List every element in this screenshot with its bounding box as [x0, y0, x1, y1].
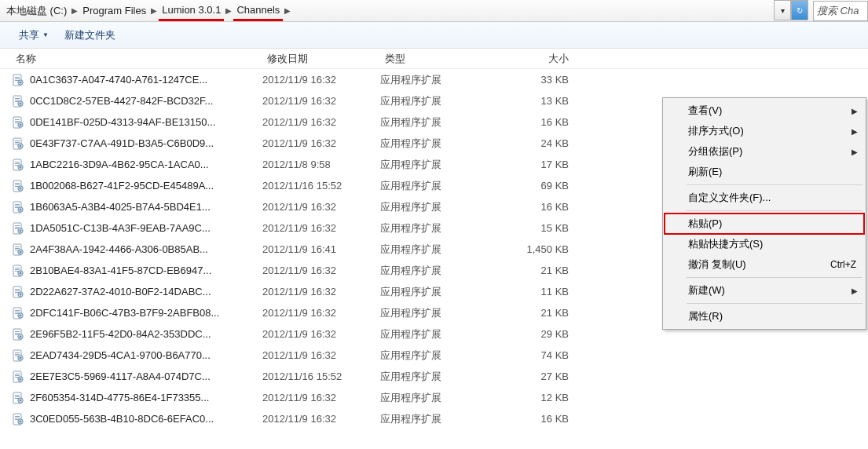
share-label: 共享 [19, 28, 39, 42]
file-name: 1ABC2216-3D9A-4B62-95CA-1ACA0... [30, 159, 262, 170]
menu-undo-copy[interactable]: 撤消 复制(U) Ctrl+Z [665, 254, 864, 275]
file-size: 21 KB [490, 265, 584, 276]
file-type: 应用程序扩展 [380, 306, 490, 320]
chevron-right-icon[interactable]: ▶ [283, 6, 292, 15]
file-name: 2F605354-314D-4775-86E4-1F73355... [30, 392, 262, 403]
menu-new[interactable]: 新建(W) ▶ [665, 280, 864, 301]
file-icon [11, 221, 25, 235]
column-type[interactable]: 类型 [380, 52, 490, 66]
svg-rect-86 [15, 375, 20, 376]
file-size: 13 KB [490, 95, 584, 107]
file-size: 27 KB [490, 371, 584, 382]
svg-rect-49 [15, 246, 20, 247]
file-date: 2012/11/8 9:58 [262, 159, 380, 170]
svg-rect-61 [15, 289, 20, 290]
chevron-right-icon[interactable]: ▶ [149, 6, 159, 15]
file-date: 2012/11/9 16:32 [262, 328, 380, 340]
svg-rect-85 [15, 374, 20, 374]
file-size: 16 KB [490, 413, 584, 425]
file-type: 应用程序扩展 [380, 158, 490, 172]
file-name: 1B6063A5-A3B4-4025-B7A4-5BD4E1... [30, 201, 262, 213]
file-name: 2E96F5B2-11F5-42D0-84A2-353DDC... [30, 328, 262, 340]
breadcrumb-item[interactable]: Lumion 3.0.1 [159, 0, 224, 21]
file-size: 24 KB [490, 137, 584, 149]
chevron-right-icon: ▶ [852, 148, 858, 156]
svg-rect-89 [20, 378, 21, 379]
file-name: 0A1C3637-A047-4740-A761-1247CE... [30, 74, 262, 86]
breadcrumb[interactable]: 本地磁盘 (C:)▶Program Files▶Lumion 3.0.1▶Cha… [0, 0, 774, 21]
table-row[interactable]: 0A1C3637-A047-4740-A761-1247CE...2012/11… [0, 69, 868, 90]
table-row[interactable]: 3C0ED055-563B-4B10-8DC6-6EFAC0...2012/11… [0, 408, 868, 429]
file-name: 3C0ED055-563B-4B10-8DC6-6EFAC0... [30, 413, 262, 425]
file-size: 74 KB [490, 349, 584, 361]
toolbar: 共享 ▼ 新建文件夹 [0, 22, 868, 49]
chevron-right-icon[interactable]: ▶ [224, 6, 233, 15]
file-type: 应用程序扩展 [380, 179, 490, 193]
breadcrumb-item[interactable]: 本地磁盘 (C:) [3, 0, 70, 21]
menu-customize-folder[interactable]: 自定义文件夹(F)... [665, 188, 864, 208]
column-size[interactable]: 大小 [490, 52, 584, 66]
nav-buttons: ▾ ↻ [774, 0, 808, 21]
svg-rect-59 [20, 272, 21, 273]
menu-view[interactable]: 查看(V) ▶ [665, 100, 864, 121]
svg-rect-98 [15, 418, 20, 418]
file-size: 17 KB [490, 159, 584, 170]
history-dropdown-button[interactable]: ▾ [774, 0, 791, 20]
svg-rect-73 [15, 331, 20, 332]
menu-paste-shortcut[interactable]: 粘贴快捷方式(S) [665, 234, 864, 254]
file-name: 2B10BAE4-83A1-41F5-87CD-EB6947... [30, 265, 262, 276]
svg-rect-5 [20, 81, 21, 82]
file-type: 应用程序扩展 [380, 137, 490, 151]
table-row[interactable]: 2EE7E3C5-5969-4117-A8A4-074D7C...2012/11… [0, 366, 868, 387]
share-menu[interactable]: 共享 ▼ [11, 25, 57, 46]
file-size: 16 KB [490, 201, 584, 213]
table-row[interactable]: 2EAD7434-29D5-4CA1-9700-B6A770...2012/11… [0, 345, 868, 366]
search-input[interactable]: 搜索 Cha [813, 1, 868, 21]
new-folder-button[interactable]: 新建文件夹 [57, 25, 123, 46]
column-date[interactable]: 修改日期 [262, 52, 380, 66]
chevron-right-icon: ▶ [852, 287, 858, 295]
menu-refresh[interactable]: 刷新(E) [665, 162, 864, 182]
breadcrumb-item[interactable]: Channels [233, 0, 283, 21]
svg-rect-26 [15, 163, 20, 164]
menu-paste[interactable]: 粘贴(P) [665, 214, 864, 234]
file-type: 应用程序扩展 [380, 115, 490, 130]
file-size: 11 KB [490, 286, 584, 298]
file-type: 应用程序扩展 [380, 200, 490, 214]
svg-rect-38 [15, 206, 20, 206]
svg-rect-29 [20, 166, 21, 167]
chevron-right-icon: ▶ [852, 127, 858, 136]
file-icon [11, 306, 25, 320]
file-icon [11, 327, 25, 341]
file-type: 应用程序扩展 [380, 370, 490, 384]
file-date: 2012/11/9 16:32 [262, 413, 380, 425]
file-date: 2012/11/9 16:32 [262, 201, 380, 213]
file-size: 33 KB [490, 74, 584, 86]
table-row[interactable]: 2F605354-314D-4775-86E4-1F73355...2012/1… [0, 387, 868, 408]
file-date: 2012/11/9 16:32 [262, 349, 380, 361]
file-size: 12 KB [490, 392, 584, 403]
file-name: 2EAD7434-29D5-4CA1-9700-B6A770... [30, 349, 262, 361]
file-icon [11, 94, 25, 108]
chevron-right-icon[interactable]: ▶ [70, 6, 79, 15]
menu-group[interactable]: 分组依据(P) ▶ [665, 141, 864, 162]
menu-sort[interactable]: 排序方式(O) ▶ [665, 121, 864, 141]
svg-rect-50 [15, 248, 20, 249]
file-size: 16 KB [490, 116, 584, 128]
file-icon [11, 243, 25, 257]
refresh-button[interactable]: ↻ [791, 0, 808, 20]
file-name: 1DA5051C-C13B-4A3F-9EAB-7AA9C... [30, 222, 262, 234]
file-type: 应用程序扩展 [380, 243, 490, 257]
file-name: 2DFC141F-B06C-47B3-B7F9-2ABFB08... [30, 307, 262, 319]
svg-rect-35 [20, 187, 21, 188]
new-folder-label: 新建文件夹 [64, 28, 115, 42]
file-name: 2EE7E3C5-5969-4117-A8A4-074D7C... [30, 371, 262, 382]
file-date: 2012/11/9 16:32 [262, 307, 380, 319]
svg-rect-95 [20, 399, 21, 400]
file-icon [11, 370, 25, 384]
file-name: 0CC1D8C2-57EB-4427-842F-BCD32F... [30, 95, 262, 107]
breadcrumb-item[interactable]: Program Files [79, 0, 149, 21]
menu-properties[interactable]: 属性(R) [665, 306, 864, 327]
column-name[interactable]: 名称 [11, 52, 262, 66]
file-icon [11, 391, 25, 405]
